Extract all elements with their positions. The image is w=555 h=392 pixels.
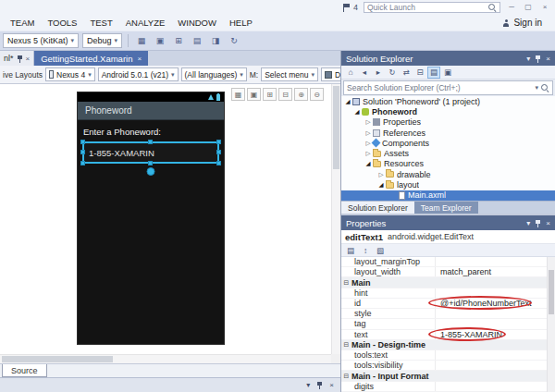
tree-item-assets[interactable]: ▷ Assets <box>341 148 555 158</box>
document-tab-active[interactable]: GettingStarted.Xamarin × <box>34 51 148 66</box>
quick-launch-input[interactable]: Quick Launch <box>364 2 500 13</box>
expander-icon[interactable]: ◢ <box>343 98 352 105</box>
tree-item-layout[interactable]: ◢ layout <box>341 179 555 190</box>
tab-solution-explorer[interactable]: Solution Explorer <box>341 202 414 214</box>
selection-handle[interactable] <box>148 161 153 165</box>
solution-explorer-title-bar[interactable]: Solution Explorer ▾ × <box>341 51 555 66</box>
collapse-icon[interactable]: ⊟ <box>341 341 352 349</box>
property-value[interactable] <box>436 319 555 328</box>
toolbar-button-5[interactable]: ◨ <box>208 33 223 48</box>
collapse-all-icon[interactable]: ⊟ <box>413 67 426 79</box>
property-category-main[interactable]: ⊟ Main <box>341 277 555 288</box>
property-category-design-time[interactable]: ⊟ Main - Design-time <box>341 340 555 350</box>
phone-edittext-selected[interactable]: 1-855-XAMARIN <box>82 141 219 164</box>
menu-test[interactable]: TEST <box>83 15 118 31</box>
scrollbar-thumb[interactable] <box>333 86 339 169</box>
android-phone-preview[interactable]: Phoneword Enter a Phoneword: 1-855-XAMAR… <box>78 92 224 344</box>
selection-drag-handle[interactable] <box>147 167 155 176</box>
debug-target-combo[interactable]: Nexus 5 (KitKat) ▾ <box>3 33 79 48</box>
property-value[interactable] <box>436 382 555 391</box>
property-pages-icon[interactable]: ▧ <box>374 244 387 256</box>
scrollbar-thumb[interactable] <box>549 270 554 314</box>
tab-team-explorer[interactable]: Team Explorer <box>414 202 478 214</box>
toolbar-button-3[interactable]: ⊞ <box>171 33 186 48</box>
device-combo[interactable]: Nexus 4 ▾ <box>45 67 95 81</box>
property-value[interactable] <box>436 361 555 370</box>
language-combo[interactable]: (All languages) ▾ <box>181 67 247 81</box>
zoom-button-3[interactable]: ⊞ <box>263 88 277 101</box>
sign-in-link[interactable]: Sign in <box>513 18 542 28</box>
close-icon[interactable]: × <box>26 55 31 63</box>
selection-handle[interactable] <box>216 140 221 144</box>
tree-item-main-axml[interactable]: Main.axml <box>341 190 555 201</box>
selection-handle[interactable] <box>216 161 221 165</box>
property-value[interactable]: match_parent <box>436 267 555 276</box>
expander-icon[interactable]: ▷ <box>364 129 373 137</box>
chevron-down-icon[interactable]: ▾ <box>306 381 310 389</box>
forward-icon[interactable]: ▸ <box>372 67 385 79</box>
configuration-combo[interactable]: Debug ▾ <box>82 33 122 48</box>
property-value[interactable] <box>436 257 555 266</box>
designer-vertical-scrollbar[interactable] <box>331 84 340 354</box>
tab-source[interactable]: Source <box>2 364 47 377</box>
selection-handle[interactable] <box>148 140 153 144</box>
solution-search-input[interactable]: Search Solution Explorer (Ctrl+;) ▾ <box>343 80 553 95</box>
pin-icon[interactable] <box>535 219 541 227</box>
property-value[interactable]: @+id/PhoneNumberText <box>436 299 555 308</box>
sync-icon[interactable]: ⇄ <box>400 67 413 79</box>
collapse-icon[interactable]: ⊟ <box>341 279 352 287</box>
pin-icon[interactable] <box>316 381 323 389</box>
tree-item-phoneword-project[interactable]: ◢ Phoneword <box>341 106 555 116</box>
alternative-layouts-label[interactable]: ive Layouts <box>3 70 43 80</box>
selection-handle[interactable] <box>80 150 85 154</box>
selection-handle[interactable] <box>80 140 85 144</box>
minimize-button[interactable]: ─ <box>506 2 517 13</box>
scrollbar-thumb[interactable] <box>2 356 113 362</box>
zoom-in-button[interactable]: ⊕ <box>294 88 308 101</box>
properties-title-bar[interactable]: Properties ▾ × <box>341 215 555 230</box>
zoom-button-2[interactable]: ▣ <box>247 88 261 101</box>
close-icon[interactable]: × <box>546 55 550 63</box>
menu-analyze[interactable]: ANALYZE <box>119 15 172 31</box>
alphabetical-icon[interactable]: ↕ <box>359 244 372 256</box>
maximize-button[interactable]: ▢ <box>523 2 534 13</box>
close-button[interactable]: × <box>539 2 550 13</box>
pin-icon[interactable] <box>17 55 23 63</box>
home-icon[interactable]: ⌂ <box>344 67 357 79</box>
close-icon[interactable]: × <box>546 219 550 227</box>
categorized-icon[interactable]: ▤ <box>344 244 357 256</box>
android-version-combo[interactable]: Android 5.0.1 (v21) ▾ <box>98 67 179 81</box>
toolbar-button-1[interactable]: ▦ <box>134 33 149 48</box>
properties-icon[interactable]: ▣ <box>441 67 454 79</box>
expander-icon[interactable]: ◢ <box>352 108 362 116</box>
chevron-down-icon[interactable]: ▾ <box>526 219 530 227</box>
pin-icon[interactable] <box>535 55 541 63</box>
notifications[interactable]: 4 <box>343 3 358 12</box>
property-value[interactable] <box>436 350 555 360</box>
zoom-button-1[interactable]: ▦ <box>231 88 245 101</box>
menu-team[interactable]: TEAM <box>4 15 41 31</box>
selection-handle[interactable] <box>216 150 221 154</box>
property-value[interactable] <box>436 309 555 318</box>
toolbar-button-4[interactable]: ▤ <box>190 33 204 48</box>
select-menu-combo[interactable]: Select menu ▾ <box>261 67 318 81</box>
menu-window[interactable]: WINDOW <box>171 15 223 31</box>
tree-item-solution[interactable]: ◢ Solution 'Phoneword' (1 project) <box>341 96 555 106</box>
tree-item-references[interactable]: ▷ References <box>341 128 555 138</box>
theme-combo[interactable]: Default Theme ▾ <box>321 67 340 81</box>
collapse-icon[interactable]: ⊟ <box>341 373 352 380</box>
tree-item-properties[interactable]: ▷ Properties <box>341 117 555 128</box>
toolbar-button-2[interactable]: ▣ <box>153 33 167 48</box>
menu-help[interactable]: HELP <box>223 15 259 31</box>
tree-item-components[interactable]: ▷ Components <box>341 138 555 148</box>
expander-icon[interactable]: ◢ <box>364 160 373 167</box>
property-value[interactable]: 1-855-XAMARIN <box>436 330 555 339</box>
document-tab-partial[interactable]: nl* × <box>0 51 34 66</box>
designer-horizontal-scrollbar[interactable] <box>0 354 331 363</box>
expander-icon[interactable]: ▷ <box>364 150 373 157</box>
tree-item-drawable[interactable]: ▷ drawable <box>341 169 555 179</box>
property-value[interactable] <box>436 288 555 298</box>
properties-scrollbar[interactable] <box>547 257 555 392</box>
expander-icon[interactable]: ◢ <box>376 181 386 189</box>
zoom-button-4[interactable]: ⊟ <box>278 88 292 101</box>
